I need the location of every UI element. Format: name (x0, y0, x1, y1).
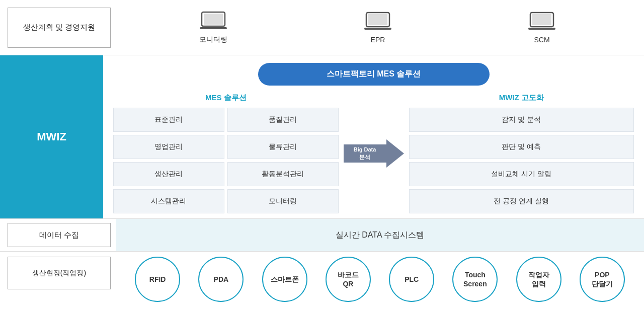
laptop-icon-monitoring (200, 11, 227, 31)
scm-icon-item: SCM (528, 12, 555, 44)
mwiz-cell-0: 감지 및 분석 (409, 108, 634, 132)
svg-rect-7 (532, 14, 551, 25)
epr-icon-item: EPR (364, 12, 391, 44)
circles-section: RFID PDA 스마트폰 바코드 QR PLC Touch Screen 작업… (116, 257, 644, 302)
circle-plc-shape: PLC (389, 257, 434, 302)
row2: MWIZ 스마트팩토리 MES 솔루션 MES 솔루션 표준관리 품질관리 영업… (0, 55, 644, 219)
row4: 생산현장(작업장) RFID PDA 스마트폰 바코드 QR PLC Touch… (0, 252, 644, 309)
circle-smartphone: 스마트폰 (262, 257, 307, 302)
laptop-icon-scm (528, 12, 555, 32)
row2-content: 스마트팩토리 MES 솔루션 MES 솔루션 표준관리 품질관리 영업관리 물류… (103, 55, 644, 218)
svg-rect-8 (528, 28, 555, 30)
circle-barcode-shape: 바코드 QR (326, 257, 371, 302)
mwiz-right-title: MWIZ 고도화 (409, 93, 634, 103)
mes-columns: MES 솔루션 표준관리 품질관리 영업관리 물류관리 생산관리 활동분석관리 … (113, 93, 634, 213)
svg-rect-2 (200, 27, 227, 29)
mwiz-cell-2: 설비교체 시기 알림 (409, 162, 634, 186)
smart-factory-button: 스마트팩토리 MES 솔루션 (258, 63, 490, 86)
bigdata-arrow-section: Big Data 분석 (339, 93, 409, 213)
mes-cell-5: 활동분석관리 (227, 162, 339, 186)
circle-barcode: 바코드 QR (326, 257, 371, 302)
mes-cell-4: 생산관리 (113, 162, 224, 186)
mes-cell-2: 영업관리 (113, 135, 224, 159)
circle-pda: PDA (198, 257, 244, 302)
mes-cell-0: 표준관리 (113, 108, 224, 132)
circle-pop: POP 단달기 (580, 257, 625, 302)
circle-plc: PLC (389, 257, 434, 302)
svg-text:분석: 분석 (359, 154, 370, 160)
svg-rect-4 (368, 14, 387, 25)
mwiz-grid: 감지 및 분석 판단 및 예측 설비교체 시기 알림 전 공정 연계 실행 (409, 108, 634, 213)
circle-smartphone-shape: 스마트폰 (262, 257, 307, 302)
production-planning-label: 생산계획 및 경영지원 (8, 8, 111, 48)
realtime-section: 실시간 DATA 수집시스템 (116, 219, 644, 251)
row1: 생산계획 및 경영지원 모니터링 EPR (0, 0, 644, 55)
mes-title: MES 솔루션 (113, 93, 339, 103)
circle-pda-shape: PDA (198, 257, 244, 302)
mwiz-cell-1: 판단 및 예측 (409, 135, 634, 159)
circle-touchscreen: Touch Screen (452, 257, 498, 302)
svg-text:Big Data: Big Data (353, 146, 376, 152)
mwiz-cell-3: 전 공정 연계 실행 (409, 189, 634, 213)
mes-grid: 표준관리 품질관리 영업관리 물류관리 생산관리 활동분석관리 시스템관리 모니… (113, 108, 339, 213)
laptop-icon-epr (364, 12, 391, 32)
monitoring-icon-item: 모니터링 (199, 11, 227, 44)
main-wrapper: 생산계획 및 경영지원 모니터링 EPR (0, 0, 644, 309)
circle-worker-shape: 작업자 입력 (516, 257, 561, 302)
circle-rfid-shape: RFID (135, 257, 180, 302)
circle-rfid: RFID (135, 257, 180, 302)
svg-marker-9 (344, 139, 404, 168)
mes-left: MES 솔루션 표준관리 품질관리 영업관리 물류관리 생산관리 활동분석관리 … (113, 93, 339, 213)
circle-touchscreen-shape: Touch Screen (452, 257, 498, 302)
mwiz-right: MWIZ 고도화 감지 및 분석 판단 및 예측 설비교체 시기 알림 전 공정… (409, 93, 634, 213)
bigdata-arrow-svg: Big Data 분석 (344, 138, 404, 169)
circle-pop-shape: POP 단달기 (580, 257, 625, 302)
factory-label: 생산현장(작업장) (8, 257, 111, 289)
data-collection-label: 데이터 수집 (8, 223, 111, 247)
mwiz-box: MWIZ (0, 55, 103, 218)
svg-rect-1 (204, 14, 223, 25)
svg-rect-5 (364, 28, 391, 30)
mes-cell-3: 물류관리 (227, 135, 339, 159)
row1-icons: 모니터링 EPR SCM (111, 11, 644, 44)
mes-cell-1: 품질관리 (227, 108, 339, 132)
circle-worker: 작업자 입력 (516, 257, 561, 302)
mes-cell-6: 시스템관리 (113, 189, 224, 213)
mes-cell-7: 모니터링 (227, 189, 339, 213)
row3: 데이터 수집 실시간 DATA 수집시스템 (0, 219, 644, 252)
